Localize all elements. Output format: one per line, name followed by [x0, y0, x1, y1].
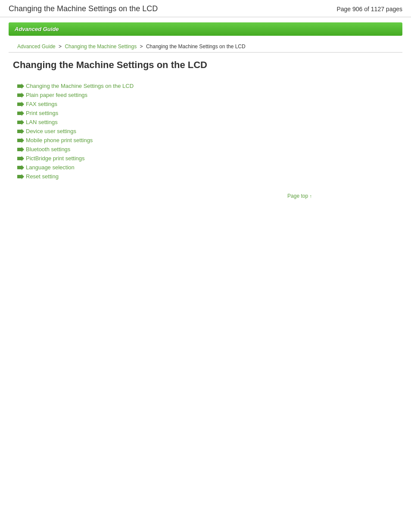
arrow-icon: [17, 111, 24, 116]
list-item: Bluetooth settings: [17, 146, 398, 152]
nav-link[interactable]: Device user settings: [26, 128, 76, 134]
svg-marker-6: [17, 138, 24, 143]
page-top-label: Page top: [287, 193, 308, 199]
arrow-icon: [17, 84, 24, 89]
advanced-guide-banner: Advanced Guide: [9, 22, 402, 36]
arrow-icon: [17, 156, 24, 161]
page-top-link[interactable]: Page top ↑: [287, 193, 312, 199]
list-item: Plain paper feed settings: [17, 92, 398, 98]
list-item: Mobile phone print settings: [17, 137, 398, 143]
nav-link[interactable]: Reset setting: [26, 173, 59, 180]
breadcrumb-current: Changing the Machine Settings on the LCD: [146, 44, 246, 50]
page-header: Changing the Machine Settings on the LCD…: [0, 0, 411, 17]
nav-link[interactable]: FAX settings: [26, 101, 57, 107]
page-top-container: Page top ↑: [13, 193, 398, 199]
nav-link[interactable]: Plain paper feed settings: [26, 92, 87, 98]
svg-marker-1: [17, 93, 24, 98]
list-item: LAN settings: [17, 119, 398, 125]
up-arrow-icon: ↑: [310, 193, 312, 199]
breadcrumb-link-advanced-guide[interactable]: Advanced Guide: [17, 44, 56, 50]
breadcrumb: Advanced Guide > Changing the Machine Se…: [9, 41, 402, 53]
arrow-icon: [17, 129, 24, 134]
page-title: Changing the Machine Settings on the LCD: [13, 59, 398, 74]
arrow-icon: [17, 165, 24, 170]
list-item: PictBridge print settings: [17, 155, 398, 162]
nav-link[interactable]: Print settings: [26, 110, 58, 116]
svg-marker-10: [17, 174, 24, 179]
svg-marker-8: [17, 156, 24, 161]
nav-link[interactable]: LAN settings: [26, 119, 58, 125]
pagination: Page 906 of 1127 pages: [336, 6, 402, 12]
list-item: Device user settings: [17, 128, 398, 134]
arrow-icon: [17, 120, 24, 125]
list-item: Reset setting: [17, 173, 398, 180]
page-header-title: Changing the Machine Settings on the LCD: [9, 4, 158, 13]
svg-marker-4: [17, 120, 24, 125]
nav-link[interactable]: Bluetooth settings: [26, 146, 70, 152]
nav-link[interactable]: Language selection: [26, 164, 75, 171]
svg-marker-0: [17, 84, 24, 89]
breadcrumb-link-changing-settings[interactable]: Changing the Machine Settings: [65, 44, 137, 50]
svg-marker-7: [17, 147, 24, 152]
list-item: FAX settings: [17, 101, 398, 107]
arrow-icon: [17, 147, 24, 152]
arrow-icon: [17, 102, 24, 107]
nav-list: Changing the Machine Settings on the LCD…: [17, 83, 398, 180]
svg-marker-5: [17, 129, 24, 134]
advanced-guide-label: Advanced Guide: [15, 26, 59, 32]
breadcrumb-separator-1: >: [57, 44, 63, 50]
list-item: Print settings: [17, 110, 398, 116]
arrow-icon: [17, 138, 24, 143]
arrow-icon: [17, 174, 24, 179]
svg-marker-9: [17, 165, 24, 170]
nav-link[interactable]: Changing the Machine Settings on the LCD: [26, 83, 134, 89]
svg-marker-3: [17, 111, 24, 116]
list-item: Language selection: [17, 164, 398, 171]
svg-marker-2: [17, 102, 24, 107]
list-item: Changing the Machine Settings on the LCD: [17, 83, 398, 89]
main-content: Changing the Machine Settings on the LCD…: [0, 59, 411, 199]
breadcrumb-separator-2: >: [138, 44, 144, 50]
arrow-icon: [17, 93, 24, 98]
nav-link[interactable]: PictBridge print settings: [26, 155, 85, 162]
nav-link[interactable]: Mobile phone print settings: [26, 137, 93, 143]
